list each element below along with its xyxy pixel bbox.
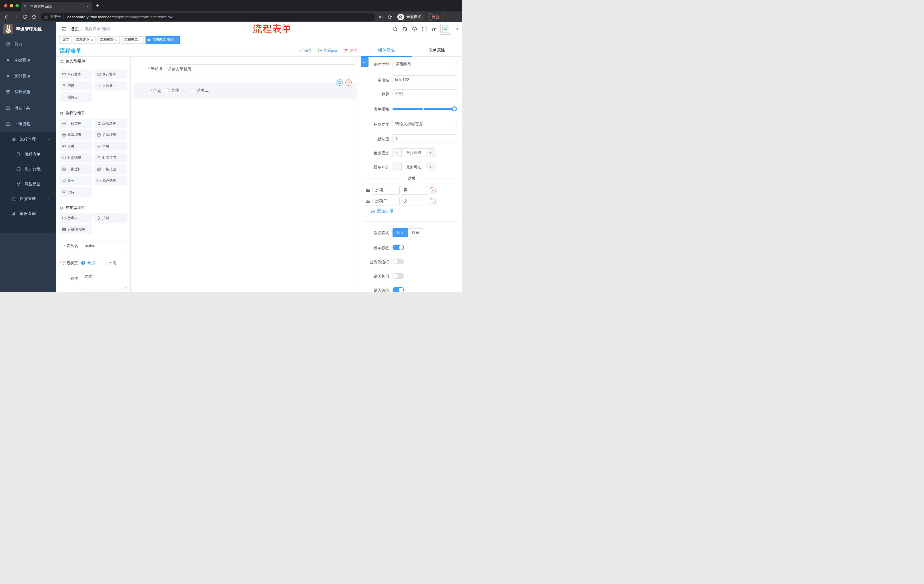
sidebar-item-user-group[interactable]: 用户分组 xyxy=(0,162,56,176)
clear-button[interactable]: 清空 xyxy=(344,48,357,53)
gender-checkbox-1[interactable] xyxy=(165,88,169,92)
forward-icon[interactable] xyxy=(13,14,18,20)
tag-process-model[interactable]: 流程模型× xyxy=(97,36,119,44)
increase-button[interactable]: + xyxy=(426,163,434,171)
sidebar-item-workflow[interactable]: 工作流程 xyxy=(0,116,56,132)
palette-item-switch[interactable]: 开关 xyxy=(59,141,92,151)
delete-component-button[interactable] xyxy=(345,79,351,86)
title-input[interactable] xyxy=(393,89,457,98)
palette-item-select[interactable]: 下拉选择 xyxy=(59,118,92,128)
add-option-button[interactable]: 添加选项 xyxy=(371,209,393,214)
option-value-input[interactable] xyxy=(401,186,428,194)
palette-item-password[interactable]: 密码 xyxy=(59,81,92,90)
tag-close-icon[interactable]: × xyxy=(91,38,93,42)
palette-item-multi-text[interactable]: 多行文本 xyxy=(94,69,127,79)
form-grid-slider[interactable] xyxy=(393,108,457,110)
tag-close-icon[interactable]: × xyxy=(140,38,141,42)
palette-item-editor[interactable]: 编辑器 xyxy=(59,92,92,102)
tag-process-form[interactable]: 流程表单× xyxy=(122,36,144,44)
palette-item-slider[interactable]: 滑块 xyxy=(94,141,127,151)
sidebar-item-devtools[interactable]: 研发工具 xyxy=(0,100,56,116)
fullscreen-icon[interactable] xyxy=(422,26,427,32)
palette-item-time-picker[interactable]: 时间选择 xyxy=(59,153,92,163)
tag-process-definition[interactable]: 流程定义× xyxy=(73,36,96,44)
remove-option-button[interactable] xyxy=(430,198,436,204)
style-default-button[interactable]: 默认 xyxy=(393,228,408,237)
textarea-resize-handle[interactable] xyxy=(125,286,127,289)
min-select-input[interactable] xyxy=(402,148,426,156)
palette-item-counter[interactable]: 123计数器 xyxy=(94,81,127,90)
sidebar-item-process-form[interactable]: 流程表单 xyxy=(0,147,56,162)
tab-form-props[interactable]: 表单属性 xyxy=(412,44,462,57)
sidebar-item-payment[interactable]: ¥ 支付管理 xyxy=(0,68,56,84)
decrease-button[interactable]: − xyxy=(393,148,402,156)
sidebar-item-process-mgmt[interactable]: 流程管理 xyxy=(0,132,56,147)
help-icon[interactable] xyxy=(412,26,417,32)
option-name-input[interactable] xyxy=(373,186,400,194)
home-icon[interactable] xyxy=(31,14,36,20)
tag-home[interactable]: 首页 xyxy=(59,36,71,44)
status-on-radio[interactable]: 开启 xyxy=(81,260,95,265)
remove-option-button[interactable] xyxy=(430,187,436,193)
component-type-select[interactable]: 多选框组 xyxy=(393,60,457,68)
palette-item-time-range[interactable]: 时间范围 xyxy=(94,153,127,163)
tag-close-icon[interactable]: × xyxy=(175,38,177,42)
reload-icon[interactable] xyxy=(22,14,28,20)
breadcrumb-home[interactable]: 首页 xyxy=(71,26,79,32)
drag-handle-icon[interactable] xyxy=(366,199,371,204)
required-toggle[interactable] xyxy=(393,287,404,292)
tag-close-icon[interactable]: × xyxy=(115,38,117,42)
show-label-toggle[interactable] xyxy=(393,245,404,250)
palette-item-color-picker[interactable]: 颜色选择 xyxy=(94,176,127,186)
palette-item-radio-group[interactable]: 单选框组 xyxy=(59,130,92,140)
copy-component-button[interactable] xyxy=(337,79,343,86)
palette-item-checkbox-group[interactable]: 多选框组 xyxy=(94,130,127,140)
browser-menu-dots-icon[interactable]: ⋮ xyxy=(441,15,445,19)
sidebar-item-leave-query[interactable]: 请假查询 xyxy=(0,206,56,221)
view-json-button[interactable]: 查看json xyxy=(318,48,338,53)
drag-handle-icon[interactable] xyxy=(366,188,371,193)
save-button[interactable]: 保存 xyxy=(299,48,312,53)
gender-option1-label[interactable]: 选项一 xyxy=(171,88,183,93)
close-window-button[interactable] xyxy=(4,4,7,7)
font-size-icon[interactable]: тT xyxy=(431,27,436,32)
tab-component-props[interactable]: 组件属性 xyxy=(361,44,412,57)
palette-item-date-range[interactable]: 日期范围 xyxy=(94,164,127,174)
palette-item-cascader[interactable]: 级联选择 xyxy=(94,118,127,128)
phone-input[interactable] xyxy=(165,64,355,74)
bookmark-star-icon[interactable] xyxy=(388,15,392,20)
option-name-input[interactable] xyxy=(373,197,400,206)
decrease-button[interactable]: − xyxy=(393,163,402,171)
palette-item-rate[interactable]: 评分 xyxy=(59,176,92,186)
form-name-input[interactable] xyxy=(82,241,129,250)
label-width-input[interactable] xyxy=(393,120,457,128)
border-toggle[interactable] xyxy=(393,258,404,264)
github-icon[interactable] xyxy=(402,26,408,32)
increase-button[interactable]: + xyxy=(426,148,434,156)
palette-item-single-text[interactable]: 单行文本 xyxy=(59,69,92,79)
back-icon[interactable] xyxy=(4,14,9,20)
browser-tab[interactable]: 芋道管理系统 × xyxy=(21,2,92,12)
field-name-input[interactable] xyxy=(393,76,457,84)
gender-option2-label[interactable]: 选项二 xyxy=(197,88,209,93)
palette-item-row-container[interactable]: 行容器 xyxy=(59,213,92,223)
sidebar-item-system[interactable]: 系统管理 xyxy=(0,52,56,68)
zoom-window-button[interactable] xyxy=(15,4,19,7)
sidebar-item-task-mgmt[interactable]: 任务管理 xyxy=(0,191,56,206)
url-bar[interactable]: 不安全 | dashboard.yudao.iocoder.cn/bpm/man… xyxy=(41,13,375,21)
option-value-input[interactable] xyxy=(401,197,428,206)
sidebar-item-infra[interactable]: 基础设施 xyxy=(0,84,56,100)
sidebar-item-process-model[interactable]: 流程模型 xyxy=(0,176,56,191)
password-key-icon[interactable] xyxy=(378,15,383,20)
sidebar-item-home[interactable]: 首页 xyxy=(0,36,56,52)
form-remark-textarea[interactable]: 嘿嘿 xyxy=(82,273,129,290)
slider-handle[interactable] xyxy=(452,106,457,112)
default-value-input[interactable] xyxy=(393,134,457,143)
status-off-radio[interactable]: 关闭 xyxy=(102,260,116,265)
disabled-toggle[interactable] xyxy=(393,273,404,279)
palette-item-button[interactable]: 按钮 xyxy=(94,213,127,223)
style-button-button[interactable]: 按钮 xyxy=(408,228,423,237)
gender-checkbox-2[interactable] xyxy=(190,88,194,92)
search-icon[interactable] xyxy=(393,26,398,32)
palette-item-upload[interactable]: 上传 xyxy=(59,187,92,197)
